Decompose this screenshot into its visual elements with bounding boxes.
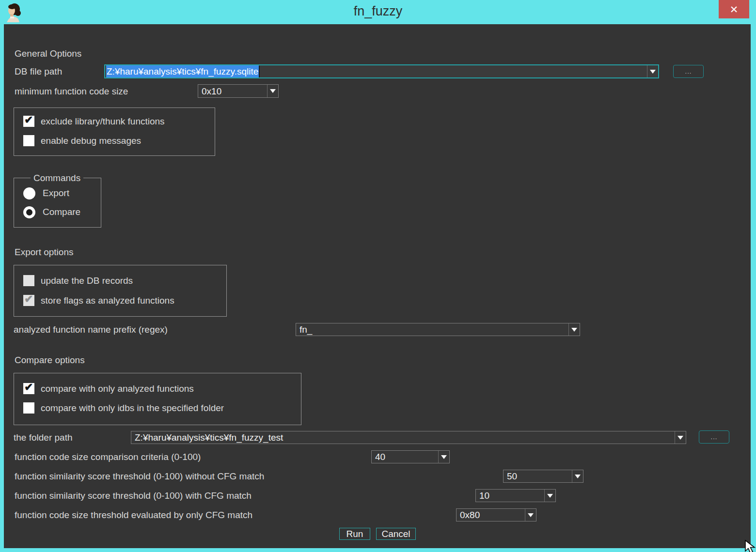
section-export-options: Export options — [15, 245, 73, 259]
db-file-path-value: Z:¥haru¥analysis¥tics¥fn_fuzzy.sqlite — [105, 65, 647, 77]
criteria-dropdown[interactable] — [525, 509, 536, 521]
criteria-value: 10 — [476, 490, 544, 502]
chevron-down-icon — [650, 70, 656, 74]
commands-legend: Commands — [31, 171, 83, 184]
criteria-dropdown[interactable] — [572, 470, 583, 482]
criteria-label: function code size comparison criteria (… — [15, 450, 201, 463]
criteria-value: 0x80 — [457, 509, 525, 521]
cancel-button[interactable]: Cancel — [376, 528, 416, 540]
radio-label: Compare — [43, 206, 80, 218]
export-checkbox-group — [14, 265, 227, 317]
chevron-down-icon — [571, 328, 577, 332]
db-file-path-combobox[interactable]: Z:¥haru¥analysis¥tics¥fn_fuzzy.sqlite — [104, 64, 659, 78]
criteria-value: 50 — [504, 470, 572, 482]
mouse-cursor — [744, 539, 756, 552]
chevron-down-icon — [270, 89, 276, 93]
window-title: fn_fuzzy — [0, 4, 756, 19]
selected-text: Z:¥haru¥analysis¥tics¥fn_fuzzy.sqlite — [106, 65, 259, 77]
criteria-label: function similarity score threshold (0-1… — [15, 489, 252, 502]
checkbox-exclude-library-thunk[interactable] — [23, 116, 34, 127]
radio-compare[interactable] — [23, 206, 35, 218]
title-bar: fn_fuzzy ✕ — [0, 0, 756, 24]
db-file-path-dropdown[interactable] — [647, 65, 658, 77]
checkbox-label: store flags as analyzed functions — [41, 295, 174, 306]
radio-label: Export — [43, 187, 69, 199]
criteria-label: function similarity score threshold (0-1… — [15, 470, 264, 483]
checkbox-compare-analyzed-only[interactable] — [23, 383, 34, 394]
min-code-size-combobox[interactable]: 0x10 — [198, 84, 279, 98]
chevron-down-icon — [575, 475, 581, 478]
commands-group: Commands — [14, 178, 101, 228]
min-code-size-label: minimum function code size — [15, 85, 128, 98]
prefix-combobox[interactable]: fn_ — [296, 323, 580, 336]
chevron-down-icon — [441, 455, 447, 459]
checkbox-label: update the DB records — [41, 275, 133, 286]
prefix-value: fn_ — [296, 323, 568, 336]
checkbox-label: compare with only analyzed functions — [41, 383, 194, 394]
folder-path-value: Z:¥haru¥analysis¥tics¥fn_fuzzy_test — [131, 431, 675, 444]
section-compare-options: Compare options — [15, 353, 85, 367]
checkbox-store-flags — [23, 295, 34, 306]
chevron-down-icon — [528, 513, 534, 517]
chevron-down-icon — [547, 494, 553, 498]
dialog-window: fn_fuzzy ✕ General Options DB file path … — [0, 0, 756, 552]
general-checkbox-group — [14, 107, 215, 156]
folder-path-dropdown[interactable] — [675, 431, 686, 444]
run-button[interactable]: Run — [339, 528, 370, 540]
checkbox-label: enable debug messages — [41, 135, 141, 146]
checkbox-label: exclude library/thunk functions — [41, 116, 165, 127]
criteria-dropdown[interactable] — [438, 451, 449, 463]
section-general-options: General Options — [15, 47, 81, 60]
min-code-size-dropdown[interactable] — [267, 85, 278, 97]
criteria-combobox-score-without-cfg[interactable]: 50 — [503, 470, 583, 483]
checkbox-label: compare with only idbs in the specified … — [41, 402, 224, 414]
criteria-combobox-code-size[interactable]: 40 — [371, 450, 450, 463]
criteria-combobox-cfg-threshold[interactable]: 0x80 — [456, 508, 536, 521]
criteria-dropdown[interactable] — [544, 490, 555, 502]
checkbox-update-db-records — [23, 275, 34, 286]
prefix-label: analyzed function name prefix (regex) — [14, 323, 168, 336]
folder-path-browse-button[interactable]: ... — [699, 430, 729, 444]
text-caret — [259, 66, 260, 77]
compare-checkbox-group — [14, 373, 301, 425]
min-code-size-value: 0x10 — [198, 85, 267, 97]
checkbox-compare-idbs-folder[interactable] — [23, 402, 34, 414]
checkbox-enable-debug[interactable] — [23, 135, 34, 146]
close-icon: ✕ — [730, 4, 739, 15]
close-button[interactable]: ✕ — [719, 0, 749, 18]
prefix-dropdown[interactable] — [568, 323, 580, 336]
criteria-label: function code size threshold evaluated b… — [15, 508, 252, 521]
db-file-path-label: DB file path — [15, 65, 62, 78]
folder-path-label: the folder path — [14, 431, 72, 444]
radio-export[interactable] — [23, 187, 35, 199]
criteria-value: 40 — [372, 451, 438, 463]
chevron-down-icon — [677, 436, 683, 440]
criteria-combobox-score-with-cfg[interactable]: 10 — [475, 489, 556, 502]
db-file-path-browse-button[interactable]: ... — [673, 65, 704, 78]
folder-path-combobox[interactable]: Z:¥haru¥analysis¥tics¥fn_fuzzy_test — [131, 431, 686, 444]
